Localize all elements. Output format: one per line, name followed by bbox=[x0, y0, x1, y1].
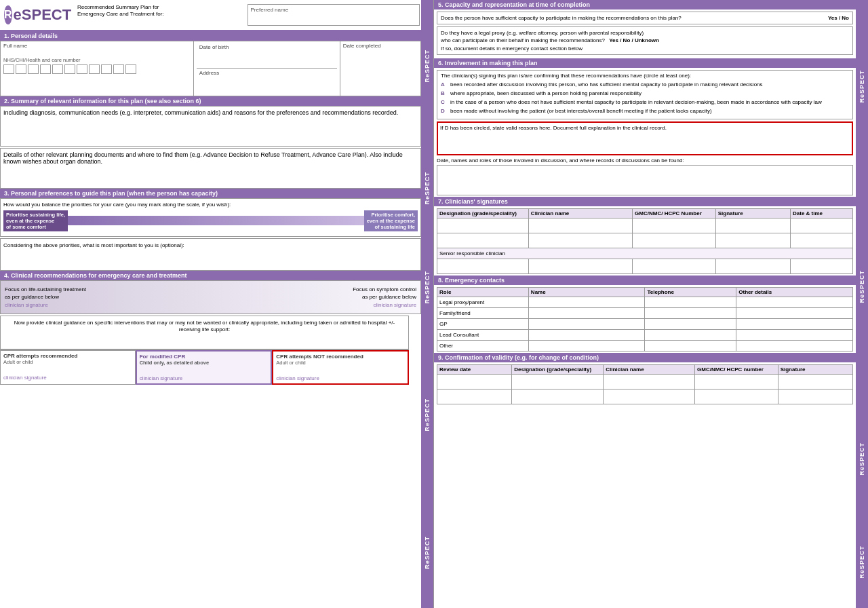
priorities-scale-box: How would you balance the priorities for… bbox=[0, 198, 421, 237]
validity-row-1 bbox=[437, 374, 853, 389]
involvement-intro: The clinician(s) signing this plan is/ar… bbox=[441, 73, 849, 79]
involvement-block: The clinician(s) signing this plan is/ar… bbox=[437, 70, 853, 119]
cpr-box-2: For modified CPR Child only, as detailed… bbox=[136, 350, 273, 385]
section3-header: 3. Personal preferences to guide this pl… bbox=[0, 189, 421, 198]
respect-label-1: ReSPECT bbox=[421, 0, 433, 132]
section3-optional-label: Considering the above priorities, what i… bbox=[3, 242, 184, 248]
ec-col-other: Other details bbox=[736, 287, 853, 297]
senior-row-label: Senior responsible clinician bbox=[437, 248, 853, 259]
scale-bar: Prioritise sustaining life, even at the … bbox=[3, 210, 418, 231]
ec-col-name: Name bbox=[528, 287, 645, 297]
section6-content: The clinician(s) signing this plan is/ar… bbox=[434, 69, 856, 197]
col-designation: Designation (grade/speciality) bbox=[437, 208, 529, 218]
logo-text: eSPECT bbox=[14, 6, 72, 24]
ec-row-gp: GP bbox=[437, 318, 853, 329]
involvement-item-b: B where appropriate, been discussed with… bbox=[441, 90, 849, 97]
respect-label-3: ReSPECT bbox=[421, 243, 433, 331]
clinician-row-1 bbox=[437, 218, 853, 233]
section9-content: Review date Designation (grade/specialit… bbox=[434, 363, 856, 406]
validity-row-2 bbox=[437, 389, 853, 404]
cpr-row: CPR attempts recommended Adult or child … bbox=[0, 349, 409, 385]
section4-header: 4. Clinical recommendations for emergenc… bbox=[0, 271, 421, 280]
section4-content: Focus on life-sustaining treatment as pe… bbox=[0, 280, 421, 385]
full-name-field: Full name NHS/CHI/Health and care number bbox=[1, 41, 194, 96]
involvement-item-c: C in the case of a person who does not h… bbox=[441, 98, 849, 106]
clin-right-text: Focus on symptom control as per guidance… bbox=[353, 286, 416, 309]
clin-left-text: Focus on life-sustaining treatment as pe… bbox=[5, 286, 86, 309]
scale-question: How would you balance the priorities for… bbox=[3, 202, 418, 208]
section2-text2-box: Details of other relevant planning docum… bbox=[0, 148, 421, 189]
respect-label-4: ReSPECT bbox=[421, 332, 433, 497]
v-col-clinician: Clinician name bbox=[604, 364, 695, 374]
logo-r-icon: R bbox=[4, 5, 12, 24]
section9-header: 9. Confirmation of validity (e.g. for ch… bbox=[434, 353, 856, 362]
ec-row-legal: Legal proxy/parent bbox=[437, 297, 853, 307]
r-respect-label-2: ReSPECT bbox=[856, 172, 868, 402]
scale-right-label: Prioritise comfort, even at the expense … bbox=[364, 210, 418, 231]
preferred-name-box: Preferred name bbox=[248, 4, 420, 26]
ec-row-other: Other bbox=[437, 340, 853, 351]
r-respect-label-1: ReSPECT bbox=[856, 0, 868, 172]
section2-text2: Details of other relevant planning docum… bbox=[3, 151, 403, 165]
section3-optional-box: Considering the above priorities, what i… bbox=[0, 238, 421, 271]
r-respect-label-4: ReSPECT bbox=[856, 516, 868, 608]
discussion-box bbox=[437, 165, 853, 195]
section8-content: Role Name Telephone Other details Legal … bbox=[434, 286, 856, 353]
cpr3-title: CPR attempts NOT recommended bbox=[276, 354, 405, 360]
if-d-label: If D has been circled, state valid reaso… bbox=[440, 125, 667, 131]
guidance-text: Now provide clinical guidance on specifi… bbox=[14, 320, 395, 332]
section5-header: 5. Capacity and representation at time o… bbox=[434, 0, 856, 10]
discussion-label: Date, names and roles of those involved … bbox=[437, 157, 853, 164]
guidance-text-box: Now provide clinical guidance on specifi… bbox=[0, 316, 409, 349]
ec-row-lead: Lead Consultant bbox=[437, 329, 853, 340]
v-col-gmc: GMC/NMC/ HCPC number bbox=[695, 364, 778, 374]
ec-row-family: Family/friend bbox=[437, 307, 853, 318]
emergency-contacts-table: Role Name Telephone Other details Legal … bbox=[437, 287, 853, 352]
v-col-signature: Signature bbox=[778, 364, 852, 374]
v-col-review: Review date bbox=[437, 364, 512, 374]
section2-header: 2. Summary of relevant information for t… bbox=[0, 96, 421, 106]
senior-row-data bbox=[437, 259, 853, 273]
section2-text1: Including diagnosis, communication needs… bbox=[3, 109, 398, 116]
clinician-row-2 bbox=[437, 233, 853, 248]
section2-text1-box: Including diagnosis, communication needs… bbox=[0, 106, 421, 147]
scale-left-label: Prioritise sustaining life, even at the … bbox=[3, 210, 68, 231]
cpr-box-1: CPR attempts recommended Adult or child … bbox=[0, 350, 136, 385]
ec-col-tel: Telephone bbox=[645, 287, 736, 297]
involvement-item-d: D been made without involving the patien… bbox=[441, 107, 849, 115]
dob-address-column: Date of birth Address bbox=[194, 41, 340, 96]
respect-label-5: ReSPECT bbox=[421, 497, 433, 608]
section8-header: 8. Emergency contacts bbox=[434, 276, 856, 285]
date-completed-field: Date completed bbox=[340, 41, 420, 96]
capacity-q2: Do they have a legal proxy (e.g. welfare… bbox=[437, 26, 853, 55]
col-gmc: GMC/NMC/ HCPC Number bbox=[633, 208, 716, 218]
col-signature: Signature bbox=[715, 208, 790, 218]
col-datetime: Date & time bbox=[791, 208, 853, 218]
header-description: Recommended Summary Plan for Emergency C… bbox=[75, 3, 246, 27]
clin-rec-scale: Focus on life-sustaining treatment as pe… bbox=[0, 280, 421, 314]
section7-header: 7. Clinicians' signatures bbox=[434, 197, 856, 206]
preferred-name-label: Preferred name bbox=[251, 7, 289, 13]
section5-content: Does the person have sufficient capacity… bbox=[434, 10, 856, 58]
col-clinician-name: Clinician name bbox=[528, 208, 632, 218]
nhs-label: NHS/CHI/Health and care number bbox=[3, 57, 80, 63]
section1-header: 1. Personal details bbox=[0, 31, 421, 41]
cpr-box-3: CPR attempts NOT recommended Adult or ch… bbox=[272, 350, 409, 385]
r-respect-label-3: ReSPECT bbox=[856, 402, 868, 516]
clinicians-table: Designation (grade/speciality) Clinician… bbox=[437, 208, 853, 274]
capacity-q1: Does the person have sufficient capacity… bbox=[437, 12, 853, 24]
section6-header: 6. Involvement in making this plan bbox=[434, 58, 856, 68]
v-col-designation: Designation (grade/speciality) bbox=[512, 364, 604, 374]
respect-label-2: ReSPECT bbox=[421, 132, 433, 243]
involvement-item-a: A been recorded after discussion involvi… bbox=[441, 81, 849, 88]
section7-content: Designation (grade/speciality) Clinician… bbox=[434, 207, 856, 276]
if-d-box: If D has been circled, state valid reaso… bbox=[437, 121, 853, 155]
nhs-boxes bbox=[3, 64, 191, 74]
validity-table: Review date Designation (grade/specialit… bbox=[437, 364, 853, 404]
ec-col-role: Role bbox=[437, 287, 529, 297]
